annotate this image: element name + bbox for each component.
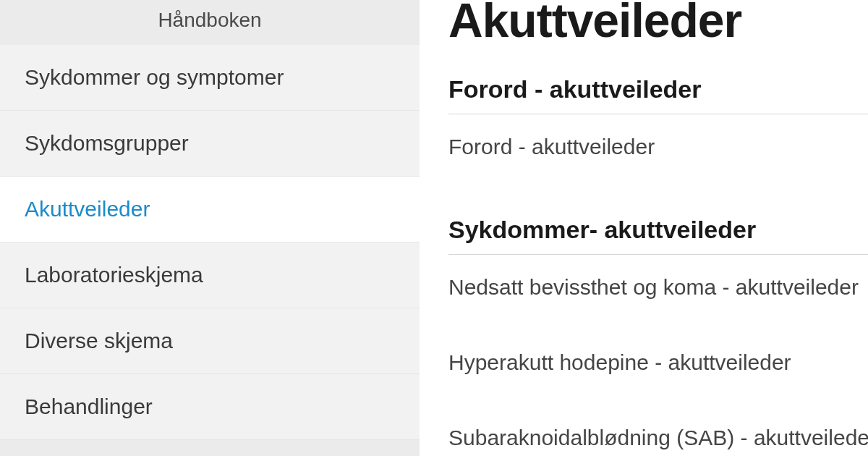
sidebar-item-sykdomsgrupper[interactable]: Sykdomsgrupper [0, 111, 420, 177]
article-link[interactable]: Forord - akuttveileder [448, 135, 868, 181]
sidebar-item-laboratorieskjema[interactable]: Laboratorieskjema [0, 242, 420, 308]
section-heading: Forord - akuttveileder [448, 75, 868, 114]
sidebar-item-behandlinger[interactable]: Behandlinger [0, 374, 420, 440]
section-heading: Sykdommer- akuttveileder [448, 216, 868, 255]
section-sykdommer: Sykdommer- akuttveileder Nedsatt bevisst… [448, 216, 868, 456]
sidebar-item-sykdommer-og-symptomer[interactable]: Sykdommer og symptomer [0, 45, 420, 111]
sidebar-header: Håndboken [0, 0, 420, 45]
page-title: Akuttveileder [448, 0, 868, 48]
main-content: Akuttveileder Forord - akuttveileder For… [420, 0, 868, 456]
article-link[interactable]: Subaraknoidalblødning (SAB) - akuttveile… [448, 426, 868, 456]
article-link[interactable]: Hyperakutt hodepine - akuttveileder [448, 350, 868, 397]
sidebar-item-akuttveileder[interactable]: Akuttveileder [0, 177, 420, 242]
article-link[interactable]: Nedsatt bevissthet og koma - akuttveiled… [448, 275, 868, 321]
section-forord: Forord - akuttveileder Forord - akuttvei… [448, 75, 868, 181]
sidebar-item-diverse-skjema[interactable]: Diverse skjema [0, 308, 420, 374]
article-list: Nedsatt bevissthet og koma - akuttveiled… [448, 275, 868, 456]
sidebar: Håndboken Sykdommer og symptomer Sykdoms… [0, 0, 420, 456]
